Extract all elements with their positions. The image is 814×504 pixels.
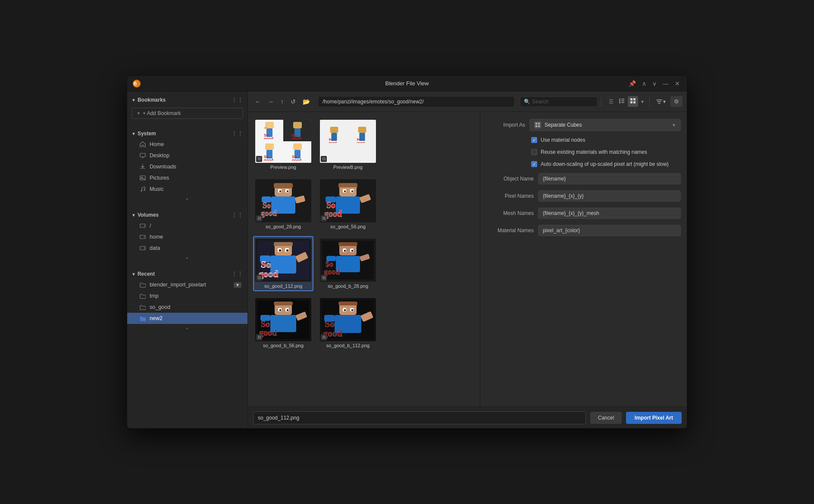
svg-rect-16 xyxy=(621,99,624,100)
svg-rect-115 xyxy=(344,309,346,311)
recent-item-blender-import[interactable]: blender_import_pixelart ▼ xyxy=(127,279,247,290)
system-options-icon[interactable]: ⋮⋮ xyxy=(231,130,243,137)
sidebar-item-desktop[interactable]: Desktop xyxy=(127,150,247,161)
svg-rect-19 xyxy=(630,98,632,100)
recent-item-so-good[interactable]: so_good xyxy=(127,302,247,313)
minimize-button[interactable]: — xyxy=(661,79,670,88)
import-as-row: Import As Separate Cubes xyxy=(486,119,681,131)
file-item-preview[interactable]: So good So xyxy=(253,117,313,172)
import-button[interactable]: Import Pixel Art xyxy=(626,412,682,424)
sidebar-item-pictures[interactable]: Pictures xyxy=(127,172,247,184)
bookmarks-chevron-icon: ▼ xyxy=(131,98,136,103)
mesh-names-input[interactable]: {filename}_{x}_{y}_mesh xyxy=(538,208,681,219)
volumes-header[interactable]: ▼ Volumes ⋮⋮ xyxy=(127,210,247,220)
svg-rect-88 xyxy=(338,242,357,246)
sidebar-item-downloads[interactable]: Downloads xyxy=(127,161,247,172)
recent-header[interactable]: ▼ Recent ⋮⋮ xyxy=(127,269,247,279)
path-bar[interactable]: /home/panzi/images/emotes/so_good/new2/ xyxy=(318,96,515,107)
sidebar-item-home[interactable]: Home xyxy=(127,139,247,150)
recent-item-new2[interactable]: new2 xyxy=(127,313,247,324)
checkbox-reuse-materials[interactable] xyxy=(531,149,537,155)
material-names-row: Material Names pixel_art_{color} xyxy=(486,225,681,236)
search-bar: 🔍 xyxy=(520,96,598,107)
pixel-names-value: {filename}_{x}_{y} xyxy=(543,193,584,199)
back-button[interactable]: ← xyxy=(252,96,263,107)
material-names-input[interactable]: pixel_art_{color} xyxy=(538,225,681,236)
file-name-56: so_good_56.png xyxy=(330,224,366,229)
emote-b28-svg: $o good xyxy=(322,241,374,280)
search-icon: 🔍 xyxy=(524,99,530,105)
view-details-button[interactable] xyxy=(617,96,627,107)
svg-text:So: So xyxy=(326,200,335,210)
object-name-input[interactable]: {filename} xyxy=(538,173,681,184)
filter-button[interactable]: ▾ xyxy=(653,97,669,106)
forward-button[interactable]: → xyxy=(265,96,276,107)
svg-rect-76 xyxy=(274,242,293,246)
pixel-names-input[interactable]: {filename}_{x}_{y} xyxy=(538,190,681,202)
file-item-56[interactable]: So good 🖼 so_good_56.png xyxy=(318,177,378,232)
up-button[interactable]: ↑ xyxy=(278,96,286,107)
svg-rect-103 xyxy=(279,309,281,311)
recent-tmp-label: tmp xyxy=(150,293,159,299)
view-mode-dropdown-button[interactable]: ▾ xyxy=(639,97,646,106)
bookmarks-section: ▼ Bookmarks ⋮⋮ + + Add Bookmark xyxy=(127,91,247,125)
svg-text:So: So xyxy=(263,201,271,210)
sidebar-item-music[interactable]: Music xyxy=(127,184,247,195)
file-grid: So good So xyxy=(253,117,475,351)
svg-rect-17 xyxy=(621,100,624,101)
file-item-28[interactable]: So good 🖼 so_good_28.png xyxy=(253,177,313,232)
search-input[interactable] xyxy=(532,99,594,105)
svg-rect-100 xyxy=(274,302,293,305)
view-grid-button[interactable] xyxy=(628,96,638,107)
prev-window-button[interactable]: ∧ xyxy=(640,79,648,88)
svg-rect-66 xyxy=(344,190,346,192)
file-thumb-28: So good 🖼 xyxy=(255,179,311,222)
volumes-options-icon[interactable]: ⋮⋮ xyxy=(231,212,243,218)
file-item-b28[interactable]: $o good 🖼 so_good_b_28.png xyxy=(318,236,378,291)
svg-rect-122 xyxy=(535,123,537,124)
open-folder-button[interactable]: 📂 xyxy=(300,96,313,107)
material-names-value: pixel_art_{color} xyxy=(543,227,580,233)
add-bookmark-button[interactable]: + + Add Bookmark xyxy=(131,108,243,119)
right-panel: ← → ↑ ↺ 📂 /home/panzi/images/emotes/so_g… xyxy=(248,91,687,428)
drive-icon xyxy=(139,222,146,229)
system-more[interactable]: ▸ xyxy=(127,195,247,203)
sidebar-item-home-vol[interactable]: home xyxy=(127,231,247,243)
sidebar-item-data[interactable]: data xyxy=(127,243,247,254)
music-label: Music xyxy=(150,186,164,192)
recent-options-icon[interactable]: ⋮⋮ xyxy=(231,271,243,277)
view-list-button[interactable]: ☰ xyxy=(607,97,616,106)
recent-item-tmp[interactable]: tmp xyxy=(127,290,247,302)
pin-button[interactable]: 📌 xyxy=(627,79,638,88)
refresh-button[interactable]: ↺ xyxy=(288,96,298,107)
file-item-112[interactable]: So good 🖼 so_good_112.png xyxy=(253,236,313,291)
expand-icon[interactable]: ▼ xyxy=(234,282,241,288)
recent-new2-label: new2 xyxy=(150,315,163,321)
material-names-label: Material Names xyxy=(486,227,534,233)
file-item-b112[interactable]: So good 🖼 so_good_b_112.png xyxy=(318,296,378,351)
filename-input[interactable] xyxy=(253,411,586,424)
file-name-b28: so_good_b_28.png xyxy=(328,283,368,289)
settings-button[interactable]: ⚙ xyxy=(670,96,683,107)
close-button[interactable]: ✕ xyxy=(673,79,682,88)
svg-text:good: good xyxy=(329,140,337,143)
checkbox-row-auto-downscale: ✓ Auto down-scaling of up-scaled pixel a… xyxy=(486,161,681,167)
sidebar-item-root[interactable]: / xyxy=(127,220,247,231)
open-folder-icon: 📂 xyxy=(303,98,310,105)
svg-text:good: good xyxy=(261,209,277,218)
volumes-more[interactable]: ▸ xyxy=(127,254,247,262)
cancel-button[interactable]: Cancel xyxy=(590,412,622,424)
recent-more[interactable]: ▸ xyxy=(127,324,247,332)
file-corner-icon-7: 🖼 xyxy=(256,334,262,340)
system-header[interactable]: ▼ System ⋮⋮ xyxy=(127,128,247,139)
bookmarks-options-icon[interactable]: ⋮⋮ xyxy=(231,96,243,103)
next-window-button[interactable]: ∨ xyxy=(651,79,658,88)
import-as-select[interactable]: Separate Cubes ▼ xyxy=(529,119,681,131)
file-item-b56[interactable]: So good 🖼 so_good_b_56.png xyxy=(253,296,313,351)
bookmarks-header[interactable]: ▼ Bookmarks ⋮⋮ xyxy=(127,95,247,105)
checkbox-auto-downscale[interactable]: ✓ xyxy=(531,161,537,167)
checkbox-material-nodes[interactable]: ✓ xyxy=(531,137,537,143)
drive2-icon xyxy=(139,233,146,240)
file-item-previewb[interactable]: $o good $o xyxy=(318,117,378,172)
mesh-names-value: {filename}_{x}_{y}_mesh xyxy=(543,210,599,216)
